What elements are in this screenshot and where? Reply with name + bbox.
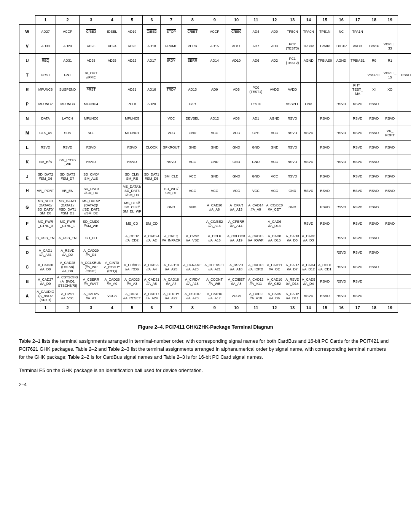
pin-cell: A_CAD14 //A_A9 bbox=[247, 198, 265, 217]
pin-cell: RSVD bbox=[382, 141, 398, 155]
pin-cell bbox=[103, 246, 121, 260]
pin-cell: A_CREQ //A_INPACK bbox=[161, 231, 182, 246]
pin-cell bbox=[317, 126, 333, 141]
pin-cell: NC bbox=[333, 25, 349, 39]
pin-cell: RSVD bbox=[382, 112, 398, 126]
pin-cell: GND bbox=[182, 126, 203, 141]
pin-cell bbox=[161, 246, 182, 260]
pin-cell: R1 bbox=[382, 54, 398, 68]
pin-cell bbox=[317, 155, 333, 169]
pin-cell bbox=[103, 198, 121, 217]
row-header-E: E bbox=[19, 231, 35, 246]
pin-cell bbox=[121, 68, 143, 83]
pin-cell: GNT bbox=[56, 68, 80, 83]
pin-cell: CLK_48 bbox=[35, 126, 56, 141]
table-row: AA_CAUDIO (A_BVD2 (SPKR)A_CVS1 //A_VS1A_… bbox=[19, 289, 411, 304]
pin-cell: A_CAD12 //A_A11 bbox=[247, 275, 265, 289]
pin-cell: SM_CLE bbox=[161, 169, 182, 184]
pin-cell: A_CAD1 //A_A31 bbox=[35, 246, 56, 260]
pin-cell: SD_CLK/ SM_RE bbox=[121, 169, 143, 184]
col-footer-5: 5 bbox=[121, 304, 143, 313]
pin-cell bbox=[382, 231, 398, 246]
col-header-5: 5 bbox=[121, 16, 143, 25]
pin-cell: RSVD bbox=[382, 184, 398, 198]
col-footer-1: 1 bbox=[35, 304, 56, 313]
pin-cell: SCL bbox=[80, 126, 103, 141]
col-footer-7: 7 bbox=[161, 304, 182, 313]
pin-cell bbox=[398, 260, 411, 275]
pin-cell: MC_PWR _CTRL_1 bbox=[56, 217, 80, 231]
pin-cell: AD0 bbox=[265, 25, 284, 39]
col-header-19: 19 bbox=[382, 16, 398, 25]
pin-cell: PAR bbox=[182, 97, 203, 112]
pin-cell: A_CAD28 (DATA8) //A_D8 bbox=[56, 260, 80, 275]
pin-cell bbox=[182, 246, 203, 260]
pin-cell: FRAME bbox=[161, 39, 182, 54]
col-footer-6: 6 bbox=[143, 304, 161, 313]
table-row: LRSVDRSVDRSVDRSVDCLOCKSPKROUTGNDGNDGNDGN… bbox=[19, 141, 411, 155]
pin-cell: AD10 bbox=[226, 54, 247, 68]
pin-cell: AGND bbox=[301, 54, 317, 68]
pin-cell bbox=[382, 97, 398, 112]
pin-cell: A_CAD21 //A_A5 bbox=[143, 275, 161, 289]
pin-cell bbox=[398, 289, 411, 304]
pin-cell: VCC bbox=[182, 155, 203, 169]
pin-cell: GND bbox=[265, 141, 284, 155]
table-row: MCLK_48SDASCLMFUNC1VCCGNDVCCVCCCPSVCCRSV… bbox=[19, 126, 411, 141]
pin-cell: PC2 (TEST3) bbox=[284, 39, 301, 54]
pin-cell: R0 bbox=[366, 54, 382, 68]
page-content: 12345678910111213141516171819WAD27VCCPC/… bbox=[19, 15, 392, 387]
pin-cell: AD25 bbox=[103, 54, 121, 68]
pin-cell: RSVD bbox=[366, 126, 382, 141]
row-header-W: W bbox=[19, 25, 35, 39]
pin-cell bbox=[161, 97, 182, 112]
pin-cell: AD3 bbox=[265, 39, 284, 54]
pin-cell: RSVD bbox=[333, 246, 349, 260]
pin-cell bbox=[382, 246, 398, 260]
pin-cell: B_USB_EN bbox=[35, 231, 56, 246]
pin-cell bbox=[103, 83, 121, 97]
table-row: TGRSTGNTRI_OUT //PMEVSSPLLVDPLL_ 15RSVD bbox=[19, 68, 411, 83]
pin-cell: TRDY bbox=[161, 83, 182, 97]
table-row: UREQAD31AD28AD25AD22AD17IRDYSERRAD14AD10… bbox=[19, 54, 411, 68]
pin-cell bbox=[398, 25, 411, 39]
pin-cell: AVDD bbox=[284, 83, 301, 97]
pin-cell: SD_WP// SM_CE bbox=[161, 184, 182, 198]
pin-cell: AGND bbox=[333, 54, 349, 68]
pin-cell: AD4 bbox=[247, 25, 265, 39]
pin-cell: GND bbox=[203, 141, 226, 155]
pin-cell: A_CAD29 //A_D1 bbox=[80, 246, 103, 260]
pin-cell: RSVD bbox=[301, 126, 317, 141]
pin-cell: RSVD bbox=[349, 275, 366, 289]
pin-cell: RSVD bbox=[333, 231, 349, 246]
pin-cell bbox=[284, 217, 301, 231]
pin-cell: RSVD bbox=[35, 141, 56, 155]
pin-cell: VR_EN bbox=[56, 184, 80, 198]
table-row: DA_CAD1 //A_A31A_RSVD //A_D2A_CAD29 //A_… bbox=[19, 246, 411, 260]
pin-cell: TPB0N bbox=[284, 25, 301, 39]
pin-cell: IRDY bbox=[161, 54, 182, 68]
pin-cell: A_CSERR //A_WAIT bbox=[80, 275, 103, 289]
pin-cell bbox=[382, 155, 398, 169]
pin-cell: A_CCLKRUN (//A_WP /OISt8) bbox=[80, 260, 103, 275]
pin-cell: AD7 bbox=[247, 39, 265, 54]
pin-cell: AD21 bbox=[121, 83, 143, 97]
pin-cell: MS_DATA2 (DATA2)/ //SD_DAT2 //SM_D2 bbox=[80, 198, 103, 217]
pin-cell bbox=[301, 246, 317, 260]
pin-cell bbox=[317, 68, 333, 83]
pin-cell: AD8 bbox=[226, 112, 247, 126]
pin-cell bbox=[226, 68, 247, 83]
pin-cell: VDPLL_ 15 bbox=[382, 68, 398, 83]
pin-cell: A_CRST //A_RESET bbox=[121, 289, 143, 304]
pin-cell bbox=[182, 68, 203, 83]
pin-cell: A_CAD25 //A_A1 bbox=[80, 289, 103, 304]
row-header-B: B bbox=[19, 275, 35, 289]
table-row: GMS_SDIO (DATA0)/ SD_DAT0/ SM_D0MS_DATA1… bbox=[19, 198, 411, 217]
pin-cell bbox=[333, 68, 349, 83]
col-footer-19: 19 bbox=[382, 304, 398, 313]
pin-cell: A_CAD10 //A_CE2 bbox=[265, 275, 284, 289]
pin-cell: VCCA bbox=[103, 289, 121, 304]
pin-cell: TPBIAS1 bbox=[349, 54, 366, 68]
pin-cell: RSVD bbox=[317, 141, 333, 155]
pin-cell: SD_CMD/ SM_ALE bbox=[80, 169, 103, 184]
